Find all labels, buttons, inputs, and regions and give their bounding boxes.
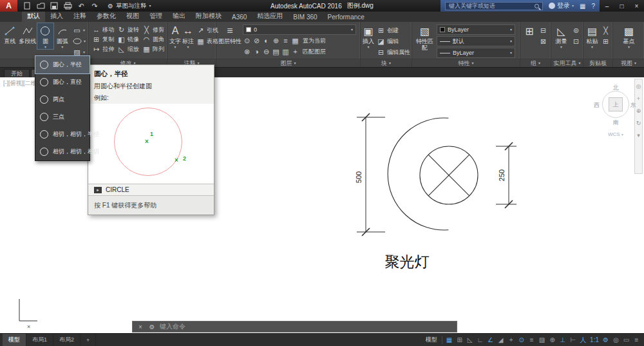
search-input[interactable]: 键入关键字或短语 [445,2,543,10]
utility-tool-icon[interactable]: ⊚ [571,26,582,35]
arc-button[interactable]: 圆弧 ▾ [55,23,70,49]
match-properties-button[interactable]: ▧ 特性匹配 [414,23,435,51]
layer-state-icon[interactable]: ▤ [272,48,280,56]
ribbon-tab[interactable]: 插入 [45,10,68,22]
object-snap-icon[interactable]: ⊙ [518,336,525,343]
clipboard-tool-icon[interactable]: ⊞ [600,37,611,46]
rectangle-icon[interactable]: ▭▾ [71,26,87,35]
spotlight-arc[interactable] [388,118,448,230]
circle-menu-item[interactable]: 相切，相切，相切 [35,143,90,160]
apps-store-icon[interactable]: ▦ [580,3,585,10]
layer-state-icon[interactable]: ⊘ [252,37,261,45]
line-button[interactable]: 直线 [2,23,17,44]
modify-tool-button[interactable]: ↔ 移动 [91,25,115,34]
panel-label-groups[interactable]: 组▾ [520,59,551,67]
group-button[interactable]: ⊞ [522,23,536,37]
dynamic-input-icon[interactable]: ⊢ [569,336,576,343]
layer-state-icon[interactable]: ▦ [291,37,299,45]
ribbon-tab[interactable]: 管理 [144,10,167,22]
modify-tool-button[interactable]: ↻ 旋转 [116,25,140,34]
layer-state-icon[interactable]: ◑ [252,48,261,56]
workspace-selector[interactable]: ⚙ 草图与注释 ▾ [104,2,155,10]
layer-state-icon[interactable]: ≡ [281,37,290,45]
circle-button[interactable]: 圆 ▾ [37,23,53,49]
viewcube-south[interactable]: 南 [596,119,635,127]
base-button[interactable]: ▩ 基点 ▾ [618,23,639,49]
modify-tool-button[interactable]: ↦ 拉伸 [91,44,115,53]
polar-tracking-icon[interactable]: ∠ [487,336,494,343]
block-tool-button[interactable]: ⊞ 创建 [375,26,412,35]
transparency-icon[interactable]: ▨ [538,336,545,343]
group-tool-icon[interactable]: ⊟ [538,26,549,35]
circle-menu-item[interactable]: 三点 [35,108,90,126]
command-customize-icon[interactable]: ⚙ [148,323,156,331]
new-file-icon[interactable] [23,1,32,10]
dimension-right[interactable]: 250 [496,142,516,208]
circle-menu-item[interactable]: 圆心，半径 [35,56,90,73]
search-icon[interactable] [535,4,539,8]
spotlight-circle[interactable] [420,146,478,204]
signin-button[interactable]: 登录 ▾ [549,1,574,10]
isodraft-icon[interactable]: ◢ [497,336,504,343]
command-input[interactable]: 键入命令 [160,322,185,331]
panel-label-layers[interactable]: 图层▾ [216,59,360,67]
snap-icon[interactable]: ⊞ [456,336,463,343]
ribbon-tab[interactable]: 输出 [167,10,191,22]
ribbon-tab[interactable]: BIM 360 [288,12,322,22]
viewcube-top-face[interactable]: 上 [609,97,623,111]
grid-icon[interactable]: ▦ [446,336,453,343]
ribbon-tab[interactable]: 视图 [121,10,144,22]
circle-menu-item[interactable]: 相切，相切，半径 [35,126,90,143]
navbar-tool-icon[interactable]: ▾ [635,132,642,139]
linetype-dropdown[interactable]: ByLayer ▾ [437,48,515,58]
block-tool-button[interactable]: ⊟ 编辑属性 [375,48,412,57]
circle-menu-item[interactable]: 圆心，直径 [35,73,90,91]
close-button[interactable]: × [629,0,644,12]
ortho-icon[interactable]: ∟ [477,336,484,343]
undo-icon[interactable]: ↶ [77,1,86,10]
navbar-tool-icon[interactable]: ◎ [635,83,642,90]
layer-state-icon[interactable]: ◐ [262,37,270,45]
modify-tool-button[interactable]: ╳ 修剪 [141,25,167,34]
block-tool-button[interactable]: ◪ 编辑 [375,37,412,46]
ribbon-tab[interactable]: 参数化 [91,10,121,22]
layer-state-icon[interactable]: ⊕ [272,37,280,45]
make-current-button[interactable]: 置为当前 [303,37,326,45]
layout-tab[interactable]: 模型 [3,334,26,346]
command-line[interactable]: × ⚙ 键入命令 [132,321,457,332]
ribbon-tab[interactable]: 附加模块 [191,10,227,22]
viewcube-west[interactable]: 西 [594,101,600,110]
annotation-visibility-icon[interactable]: 人 [580,336,587,345]
ribbon-tab[interactable]: 默认 [22,10,45,22]
clipboard-tool-icon[interactable]: ╳ [600,26,611,35]
layer-dropdown[interactable]: 0 ▾ [243,24,356,35]
match-layer-button[interactable]: 匹配图层 [303,48,326,56]
modify-tool-button[interactable]: ◠ 圆角 [141,35,167,44]
layer-state-icon[interactable]: ⊖ [262,48,270,56]
panel-label-view[interactable]: 视图▾ [613,59,644,67]
ribbon-tab[interactable]: Performance [323,12,370,22]
modify-tool-button[interactable]: ▦ 阵列 [141,44,167,53]
layer-properties-button[interactable]: ≡ 图层特性 [218,23,242,44]
utility-tool-icon[interactable]: ⊡ [571,37,582,46]
layout-tab[interactable]: + [80,334,96,346]
modify-tool-button[interactable]: ◺ 缩放 [116,44,140,53]
navbar-tool-icon[interactable]: ↻ [635,120,642,126]
layer-state-icon[interactable]: + [291,48,299,56]
dimension-left[interactable]: 500 [355,113,385,236]
ribbon-tab[interactable]: A360 [227,12,252,22]
selection-cycling-icon[interactable]: ⊕ [549,336,556,343]
minimize-button[interactable]: – [600,0,614,12]
viewcube-east[interactable]: 东 [630,101,636,110]
lineweight-dropdown[interactable]: 默认 ▾ [437,36,515,46]
ucs-icon[interactable]: × [19,299,37,330]
open-file-icon[interactable] [36,1,45,10]
viewcube[interactable]: 北 西 上 东 南 WCS ▾ [596,84,635,146]
annotation-monitor-icon[interactable]: ◎ [612,336,620,343]
dimension-button[interactable]: ↔ 标注 ▾ [182,23,194,49]
modify-tool-button[interactable]: ⊞ 复制 [91,35,115,44]
layout-tab[interactable]: 布局2 [53,334,80,346]
text-button[interactable]: A 文字 ▾ [169,23,181,49]
polyline-button[interactable]: 多段线 [19,23,36,44]
object-color-dropdown[interactable]: ByLayer ▾ [437,24,515,35]
